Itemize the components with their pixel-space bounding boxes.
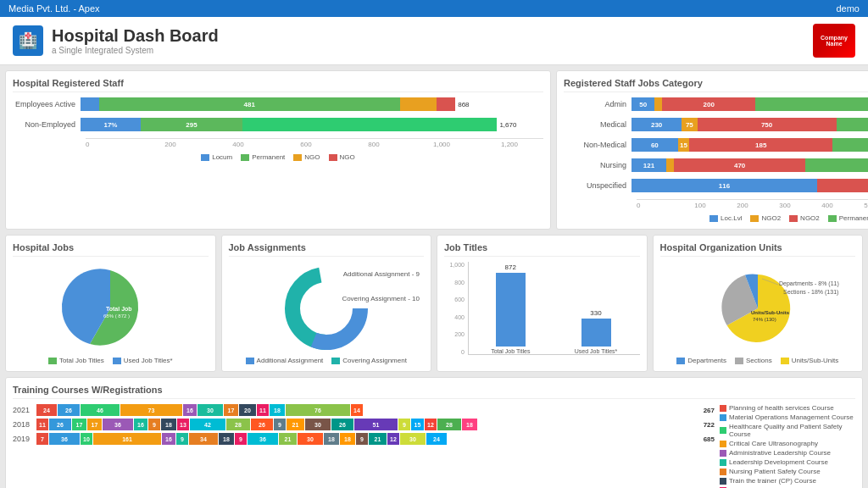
app-name: Media Pvt. Ltd. - Apex	[8, 3, 100, 14]
legend-perm-label: Permanent	[252, 153, 285, 161]
ts-2021-2: 26	[58, 404, 80, 416]
jobs-legend-ngo2a-label: NGO2	[761, 214, 781, 222]
t-legend-8: Train the trainer (CP) Course	[720, 477, 855, 485]
company-logo: Company Name	[813, 24, 855, 58]
org-legend: Departments Sections Units/Sub-Units	[660, 357, 856, 364]
pie-center-label: Total Job	[106, 306, 132, 312]
t-legend-2: Material Operations Management Course	[720, 413, 855, 421]
ts-2019-18: 30	[400, 433, 426, 445]
ts-2018-19: 15	[411, 419, 424, 430]
job-titles-chart: 1,000 800 600 400 200 0 872 Total Job Ti…	[444, 262, 640, 355]
registered-staff-title: Hospital Registered Staff	[13, 78, 543, 92]
registered-staff-card: Hospital Registered Staff Employees Acti…	[5, 70, 551, 230]
t-legend-2-icon	[720, 414, 726, 421]
job-assignments-card: Job Assignments Additional Assignment - …	[221, 235, 432, 372]
jobs-legend-loclvl-icon	[709, 215, 718, 222]
bar-perm-non: 295	[141, 118, 242, 131]
ts-2018-1: 11	[36, 419, 48, 430]
legend-permanent: Permanent	[241, 153, 285, 161]
jobs-bar-nonmedical: Non-Medical 60 15 185 244	[564, 138, 868, 152]
ts-2018-18: 9	[398, 419, 410, 430]
ts-2019-4: 161	[93, 433, 161, 445]
t-legend-4-label: Critical Care Ultrasonography	[729, 440, 818, 447]
jobs-legend-perm-label: Permanent	[839, 214, 868, 222]
x-axis: 0 200 400 600 800 1,000 1,200	[86, 138, 543, 148]
col-total-label: Total Job Titles	[491, 348, 530, 354]
row-2: Hospital Jobs Total Job 68% ( 872 ) Tota…	[5, 235, 863, 372]
ts-2018-22: 18	[462, 419, 477, 430]
t-legend-4-icon	[720, 441, 726, 447]
ts-2018-3: 17	[72, 419, 86, 430]
jobs-container-nursing: 121 470 676	[632, 158, 868, 172]
jobs-label-unspecified: Unspecified	[564, 181, 632, 190]
col-total-val: 872	[505, 263, 516, 271]
legend-additional-label: Additional Assignment	[257, 357, 324, 364]
ts-2018-7: 9	[148, 419, 160, 430]
jobs-label-medical: Medical	[564, 120, 632, 129]
ts-2018-11: 28	[226, 419, 250, 430]
ts-2021-6: 30	[198, 404, 223, 416]
header: 🏥 Hospital Dash Board a Single Integrate…	[0, 17, 868, 65]
legend-locum-icon	[201, 154, 209, 161]
legend-used-job-label: Used Job Titles*	[124, 357, 173, 364]
y-800: 800	[444, 280, 465, 286]
ts-2018-12: 26	[251, 419, 273, 430]
org-center-pct: 74% (130)	[753, 317, 776, 322]
t-legend-5-icon	[720, 450, 726, 457]
app-icon: 🏥	[13, 25, 43, 56]
training-row-2018: 2018 11 26 17 17 36 16 9 18 13 42 28 26	[13, 419, 715, 430]
t-legend-5-label: Administrative Leadership Course	[729, 449, 831, 457]
jobs-seg2-nursing	[666, 158, 674, 172]
t-legend-8-label: Train the trainer (CP) Course	[729, 477, 816, 485]
ts-2019-9: 9	[235, 433, 247, 445]
hospital-org-svg: Units/Sub-Units 74% (130) Departments - …	[698, 262, 817, 355]
jobs-seg1-admin: 50	[632, 97, 654, 111]
bar-label-nonemployed: Non-Employed	[13, 120, 81, 129]
jobs-seg3-medical: 750	[698, 118, 837, 131]
jobs-chart: Admin 50 200 559 Medical 230 75 750	[564, 97, 868, 222]
t-legend-7: Nursing Patient Safety Course	[720, 468, 855, 475]
jobs-bar-nursing: Nursing 121 470 676	[564, 158, 868, 172]
assignments-labels: Additional Assignment - 9 Covering Assig…	[342, 270, 420, 302]
ts-2019-17: 12	[387, 433, 399, 445]
hospital-jobs-legend: Total Job Titles Used Job Titles*	[13, 357, 209, 364]
ts-2021-11: 76	[286, 404, 350, 416]
ts-2021-4: 73	[120, 404, 182, 416]
jobs-seg4-admin: 559	[755, 97, 868, 111]
org-sect-label: Sections - 18% (131)	[783, 289, 838, 296]
t-legend-6: Leadership Development Course	[720, 458, 855, 466]
bar-container-nonemployed: 17% 295 1,670	[81, 118, 543, 131]
t-legend-5: Administrative Leadership Course	[720, 449, 855, 457]
title-bar: Media Pvt. Ltd. - Apex demo	[0, 0, 868, 17]
ts-2018-15: 30	[305, 419, 331, 430]
org-legend-sect-label: Sections	[746, 357, 772, 364]
ts-2021-3: 46	[81, 404, 120, 416]
legend-covering-label: Covering Assignment	[342, 357, 407, 364]
y-200: 200	[444, 331, 465, 337]
legend-total-job-label: Total Job Titles	[59, 357, 104, 364]
assignments-legend: Additional Assignment Covering Assignmen…	[229, 357, 425, 364]
legend-locum-label: Locum	[212, 153, 232, 161]
jobs-bar-unspecified: Unspecified 116 125	[564, 179, 868, 192]
legend-total-job: Total Job Titles	[48, 357, 104, 364]
jobs-container-nonmedical: 60 15 185 244	[632, 138, 868, 152]
ts-2019-11: 21	[279, 433, 297, 445]
ts-2018-16: 26	[331, 419, 353, 430]
t-legend-7-icon	[720, 469, 726, 475]
t-legend-1-label: Planning of health services Course	[729, 404, 834, 412]
bar-locum-active	[81, 97, 99, 111]
ts-2018-21: 28	[437, 419, 461, 430]
training-bars-area: 2021 24 26 46 73 16 30 17 20 11 18 76 14	[13, 404, 715, 488]
legend-covering-icon	[331, 358, 340, 364]
col-used-bar	[581, 319, 611, 347]
training-total-2019: 685	[704, 435, 715, 443]
job-titles-y-axis: 1,000 800 600 400 200 0	[444, 262, 468, 355]
header-text: Hospital Dash Board a Single Integrated …	[52, 26, 219, 55]
ts-2018-20: 12	[425, 419, 437, 430]
ts-2019-10: 36	[248, 433, 278, 445]
legend-ngo2-label: NGO	[340, 153, 355, 161]
training-year-2019: 2019	[13, 435, 36, 443]
training-row-2019: 2019 7 36 10 161 16 9 34 18 9 36 21 30	[13, 433, 715, 445]
jobs-seg1-nursing: 121	[632, 158, 666, 172]
training-bars-2018: 11 26 17 17 36 16 9 18 13 42 28 26 9 21	[36, 419, 700, 430]
